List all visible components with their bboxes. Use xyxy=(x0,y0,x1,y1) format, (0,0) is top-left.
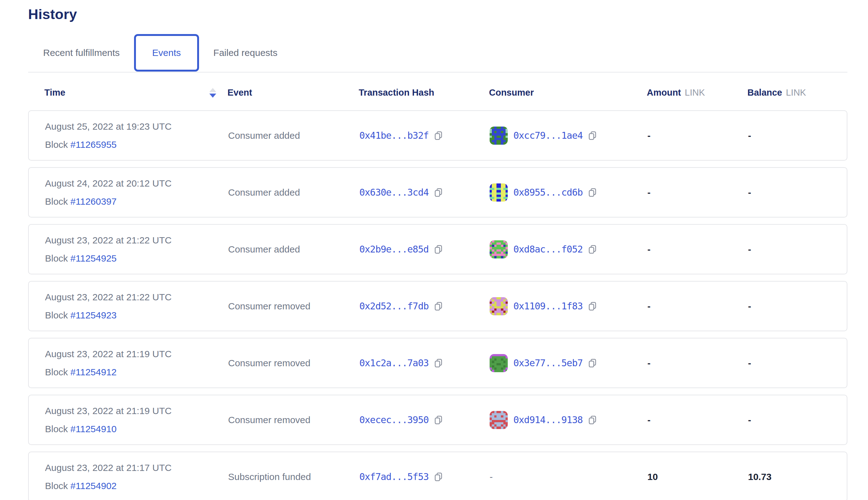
time-cell: August 24, 2022 at 20:12 UTC Block#11260… xyxy=(45,178,228,207)
consumer-avatar xyxy=(490,297,508,315)
block-line: Block#11254912 xyxy=(45,367,228,377)
amount-value: - xyxy=(648,244,748,255)
row-timestamp: August 24, 2022 at 20:12 UTC xyxy=(45,178,228,189)
tx-hash-link[interactable]: 0x630e...3cd4 xyxy=(359,187,429,198)
block-number-link[interactable]: #11265955 xyxy=(70,139,116,150)
event-type: Consumer added xyxy=(228,244,359,255)
copy-icon[interactable] xyxy=(434,415,443,425)
tx-hash-link[interactable]: 0x2b9e...e85d xyxy=(359,244,429,255)
event-type: Subscription funded xyxy=(228,471,359,482)
block-number-link[interactable]: #11254925 xyxy=(70,253,116,263)
consumer-link-group: 0xd914...9138 xyxy=(490,411,597,429)
copy-icon[interactable] xyxy=(434,187,443,198)
event-type: Consumer added xyxy=(228,187,359,198)
block-line: Block#11265955 xyxy=(45,139,228,150)
time-cell: August 23, 2022 at 21:22 UTC Block#11254… xyxy=(45,292,228,321)
block-number-link[interactable]: #11260397 xyxy=(70,196,116,207)
time-cell: August 23, 2022 at 21:17 UTC Block#11254… xyxy=(45,463,228,491)
copy-icon[interactable] xyxy=(588,358,597,368)
tab-bar: Recent fulfillments Events Failed reques… xyxy=(28,34,847,72)
balance-value: - xyxy=(748,415,847,425)
block-line: Block#11254902 xyxy=(45,481,228,491)
consumer-cell: 0xcc79...1ae4 xyxy=(490,127,648,145)
tab-recent-fulfillments[interactable]: Recent fulfillments xyxy=(43,47,120,58)
copy-icon[interactable] xyxy=(588,130,597,141)
consumer-address-link[interactable]: 0x8955...cd6b xyxy=(513,187,583,198)
balance-value: 10.73 xyxy=(748,471,847,482)
consumer-address-link[interactable]: 0xd8ac...f052 xyxy=(513,244,583,255)
balance-value: - xyxy=(748,187,847,198)
tx-hash-cell: 0xf7ad...5f53 xyxy=(359,471,490,482)
time-cell: August 23, 2022 at 21:22 UTC Block#11254… xyxy=(45,235,228,264)
consumer-cell: 0x1109...1f83 xyxy=(490,297,648,315)
balance-value: - xyxy=(748,301,847,311)
consumer-address-link[interactable]: 0x1109...1f83 xyxy=(513,300,583,311)
block-label: Block xyxy=(45,424,68,434)
block-line: Block#11260397 xyxy=(45,196,228,207)
copy-icon[interactable] xyxy=(434,471,443,482)
amount-unit-label: LINK xyxy=(685,88,705,98)
table-row: August 24, 2022 at 20:12 UTC Block#11260… xyxy=(28,167,847,217)
tx-hash-link[interactable]: 0x2d52...f7db xyxy=(359,300,429,311)
amount-value: - xyxy=(648,301,748,311)
event-type: Consumer removed xyxy=(228,301,359,311)
consumer-avatar xyxy=(490,127,508,145)
tx-hash-cell: 0x1c2a...7a03 xyxy=(359,357,490,368)
block-number-link[interactable]: #11254923 xyxy=(70,310,116,320)
sort-down-arrow xyxy=(209,93,216,98)
amount-value: - xyxy=(648,130,748,141)
row-timestamp: August 23, 2022 at 21:22 UTC xyxy=(45,235,228,246)
copy-icon[interactable] xyxy=(434,358,443,368)
tab-failed-requests[interactable]: Failed requests xyxy=(214,47,277,58)
column-header-consumer: Consumer xyxy=(489,88,647,98)
event-type: Consumer removed xyxy=(228,358,359,368)
consumer-address-link[interactable]: 0x3e77...5eb7 xyxy=(513,357,583,368)
tx-hash-link[interactable]: 0xecec...3950 xyxy=(359,414,429,425)
copy-icon[interactable] xyxy=(434,301,443,311)
row-timestamp: August 23, 2022 at 21:22 UTC xyxy=(45,292,228,303)
table-row: August 23, 2022 at 21:17 UTC Block#11254… xyxy=(28,452,847,500)
copy-icon[interactable] xyxy=(588,415,597,425)
tx-hash-link[interactable]: 0x1c2a...7a03 xyxy=(359,357,429,368)
block-label: Block xyxy=(45,196,68,207)
block-number-link[interactable]: #11254902 xyxy=(70,481,116,491)
block-line: Block#11254910 xyxy=(45,424,228,434)
consumer-address-link[interactable]: 0xcc79...1ae4 xyxy=(513,130,583,141)
table-row: August 23, 2022 at 21:19 UTC Block#11254… xyxy=(28,338,847,388)
copy-icon[interactable] xyxy=(588,244,597,255)
tx-hash-cell: 0x2d52...f7db xyxy=(359,300,490,311)
consumer-avatar xyxy=(490,411,508,429)
consumer-link-group: 0x3e77...5eb7 xyxy=(490,354,597,372)
balance-value: - xyxy=(748,358,847,368)
consumer-cell: 0xd8ac...f052 xyxy=(490,240,648,259)
copy-icon[interactable] xyxy=(588,187,597,198)
consumer-address-link[interactable]: 0xd914...9138 xyxy=(513,414,583,425)
block-number-link[interactable]: #11254912 xyxy=(70,367,116,377)
column-header-event: Event xyxy=(227,88,359,98)
tab-events[interactable]: Events xyxy=(134,34,199,71)
amount-value: 10 xyxy=(648,471,748,482)
column-header-balance: BalanceLINK xyxy=(747,88,847,98)
copy-icon[interactable] xyxy=(434,130,443,141)
sort-up-arrow xyxy=(209,88,216,92)
copy-icon[interactable] xyxy=(588,301,597,311)
tx-hash-link[interactable]: 0x41be...b32f xyxy=(359,130,429,141)
page-title: History xyxy=(28,6,868,23)
consumer-cell: 0x8955...cd6b xyxy=(490,183,648,202)
balance-value: - xyxy=(748,130,847,141)
tab-events-label: Events xyxy=(152,47,181,58)
copy-icon[interactable] xyxy=(434,244,443,255)
sort-descending-icon[interactable] xyxy=(209,88,216,98)
time-cell: August 23, 2022 at 21:19 UTC Block#11254… xyxy=(45,406,228,434)
consumer-link-group: 0x1109...1f83 xyxy=(490,297,597,315)
consumer-cell: 0x3e77...5eb7 xyxy=(490,354,648,372)
amount-value: - xyxy=(648,415,748,425)
tx-hash-link[interactable]: 0xf7ad...5f53 xyxy=(359,471,429,482)
row-timestamp: August 23, 2022 at 21:19 UTC xyxy=(45,349,228,359)
consumer-empty-value: - xyxy=(490,471,493,482)
event-type: Consumer added xyxy=(228,130,359,141)
events-table-body: August 25, 2022 at 19:23 UTC Block#11265… xyxy=(28,110,868,500)
block-number-link[interactable]: #11254910 xyxy=(70,424,116,434)
block-label: Block xyxy=(45,253,68,263)
block-line: Block#11254923 xyxy=(45,310,228,321)
